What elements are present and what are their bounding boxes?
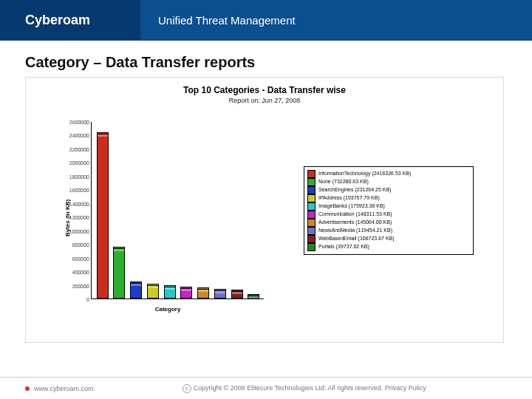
legend-swatch-icon: [307, 186, 316, 194]
bar-ImageBanks: [164, 287, 176, 299]
legend-item: Communication (148311.53 KB): [307, 211, 470, 219]
bar-NewsAndMedia: [214, 290, 226, 299]
legend-swatch-icon: [307, 235, 316, 243]
chart-area: Bytes (In KB) 02000004000006000008000001…: [72, 122, 264, 314]
bar-IPAddress: [147, 285, 159, 299]
legend-swatch-icon: [307, 202, 316, 211]
legend-item: Portals (39737.02 KB): [307, 243, 470, 251]
y-tick: 2000000: [69, 160, 92, 166]
y-tick: 1200000: [69, 215, 92, 220]
footer-site: www.cyberoam.com: [34, 385, 94, 392]
report-panel: Top 10 Categories - Data Transfer wise R…: [25, 77, 504, 343]
legend-item: NewsAndMedia (119454.21 KB): [307, 227, 470, 235]
legend-label: SearchEngines (231264.25 KB): [318, 187, 391, 194]
legend-swatch-icon: [307, 170, 316, 178]
page-footer: www.cyberoam.com cCopyright © 2008 Elite…: [0, 377, 532, 399]
legend-label: Portals (39737.02 KB): [318, 244, 369, 250]
x-axis-label: Category: [155, 306, 181, 313]
y-tick: 1800000: [69, 174, 92, 179]
chart-subtitle: Report on: Jun 27, 2008: [26, 95, 503, 104]
y-tick: 1600000: [69, 188, 92, 193]
chart-title: Top 10 Categories - Data Transfer wise: [26, 78, 503, 95]
legend-label: NewsAndMedia (119454.21 KB): [318, 228, 392, 234]
bar-SearchEngines: [130, 283, 142, 299]
bar-WebBasedEmail: [231, 291, 243, 299]
chart-legend: InformationTechnology (2416326.53 KB)Non…: [304, 166, 474, 255]
legend-swatch-icon: [307, 227, 316, 235]
bar-InformationTechnology: [97, 134, 109, 299]
y-tick: 200000: [72, 283, 92, 288]
y-tick: 400000: [72, 270, 92, 275]
app-header: Cyberoam Unified Threat Management: [0, 0, 532, 41]
y-tick: 0: [86, 297, 92, 302]
legend-item: IPAddress (193757.79 KB): [307, 194, 470, 202]
legend-swatch-icon: [307, 243, 316, 251]
y-tick: 800000: [72, 242, 92, 248]
legend-label: Advertisements (145064.00 KB): [318, 219, 392, 226]
legend-item: SearchEngines (231264.25 KB): [307, 186, 470, 194]
y-tick: 2200000: [69, 146, 92, 151]
legend-item: ImageBanks (175923.38 KB): [307, 202, 470, 211]
legend-swatch-icon: [307, 178, 316, 186]
legend-label: ImageBanks (175923.38 KB): [318, 203, 385, 210]
bar-Communication: [180, 288, 192, 299]
legend-swatch-icon: [307, 194, 316, 202]
bar-Advertisements: [197, 289, 209, 299]
chart-plot: 0200000400000600000800000100000012000001…: [91, 122, 264, 299]
y-tick: 1000000: [69, 228, 92, 233]
bar-None: [113, 248, 125, 299]
bar-Portals: [248, 296, 259, 299]
legend-label: IPAddress (193757.79 KB): [318, 195, 380, 202]
legend-swatch-icon: [307, 219, 316, 227]
header-subtitle: Unified Threat Management: [140, 0, 532, 40]
legend-label: None (732280.63 KB): [318, 179, 369, 185]
footer-dot-icon: [25, 386, 30, 391]
legend-swatch-icon: [307, 211, 316, 219]
legend-item: WebBasedEmail (108723.67 KB): [307, 235, 470, 243]
y-tick: 2400000: [69, 133, 92, 138]
legend-label: Communication (148311.53 KB): [318, 211, 392, 218]
legend-item: None (732280.63 KB): [307, 178, 470, 186]
legend-label: WebBasedEmail (108723.67 KB): [318, 236, 395, 242]
legend-item: InformationTechnology (2416326.53 KB): [307, 170, 470, 178]
y-tick: 2600000: [69, 120, 92, 125]
footer-copyright: cCopyright © 2008 Elitecore Technologies…: [183, 384, 426, 393]
page-title: Category – Data Transfer reports: [0, 41, 532, 77]
legend-item: Advertisements (145064.00 KB): [307, 219, 470, 227]
legend-label: InformationTechnology (2416326.53 KB): [318, 171, 411, 177]
brand-logo: Cyberoam: [0, 0, 140, 40]
y-tick: 1400000: [69, 201, 92, 206]
y-tick: 600000: [72, 256, 92, 261]
